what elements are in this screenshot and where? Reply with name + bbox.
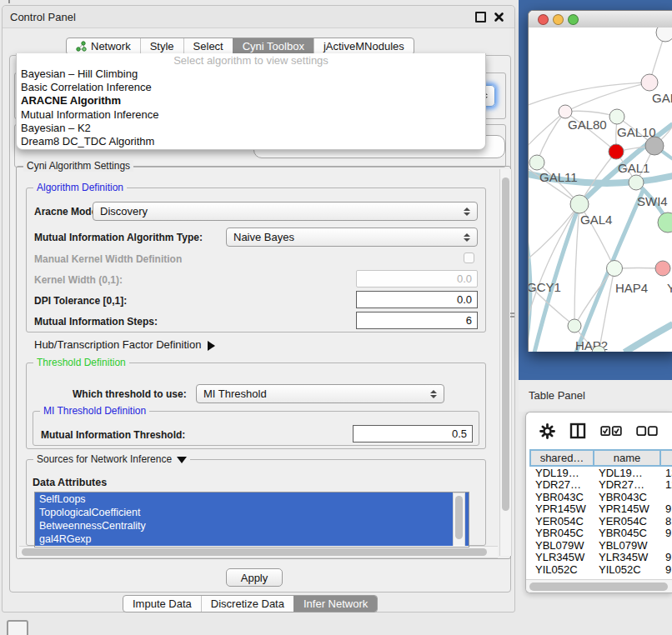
table-row[interactable]: YDL19…YDL19…13	[529, 467, 672, 479]
network-node-swi4[interactable]	[629, 175, 644, 190]
network-edge[interactable]	[537, 112, 565, 162]
table-row[interactable]: YLR345WYLR345W9.	[529, 552, 672, 564]
attribute-item[interactable]: BetweennessCentrality	[35, 519, 469, 532]
network-node-gal[interactable]	[641, 74, 658, 91]
settings-vertical-scrollbar-thumb[interactable]	[502, 178, 509, 511]
network-canvas[interactable]: GALGAL80GAL10GAL1GAL11SWI4GAL4GCY1HAP4YH…	[529, 28, 672, 352]
network-node-label: HAP4	[615, 281, 648, 295]
close-traffic-light[interactable]	[538, 14, 549, 25]
table-row[interactable]: YBR045CYBR045C9.	[529, 528, 672, 540]
tab-label: Infer Network	[303, 598, 368, 610]
tab-infer-network[interactable]: Infer Network	[293, 596, 377, 612]
combo-value: MI Threshold	[203, 388, 425, 400]
tab-network[interactable]: Network	[67, 38, 140, 54]
gear-icon[interactable]	[539, 423, 555, 439]
network-edge[interactable]	[624, 324, 672, 352]
algorithm-definition-title: Algorithm Definition	[33, 182, 127, 193]
algorithm-dropdown-popup: Select algorithm to view settings Bayesi…	[16, 53, 486, 150]
cyni-settings-title: Cyni Algorithm Settings	[23, 160, 133, 172]
mi-algorithm-type-combo[interactable]: Naive Bayes	[226, 228, 478, 247]
close-panel-button[interactable]	[494, 12, 504, 22]
algorithm-option[interactable]: ARACNE Algorithm	[17, 94, 485, 108]
application-root: Control Panel NetworkStyleSelectCyni Too…	[0, 0, 672, 635]
control-panel-title: Control Panel	[10, 11, 76, 23]
column-header[interactable]	[659, 451, 672, 465]
table-horizontal-scrollbar[interactable]	[526, 579, 672, 593]
algorithm-option[interactable]: Bayesian – K2	[17, 122, 485, 135]
column-header[interactable]: name	[593, 451, 659, 465]
attribute-item[interactable]: gal4RGexp	[35, 532, 469, 546]
mi-algorithm-type-label: Mutual Information Algorithm Type:	[34, 232, 203, 243]
apply-button[interactable]: Apply	[226, 568, 283, 587]
table-cell: 13	[659, 467, 672, 479]
aracne-mode-label: Aracne Mode:	[34, 206, 100, 218]
network-node-gal1[interactable]	[609, 144, 624, 159]
attributes-scrollbar[interactable]	[453, 492, 465, 546]
kernel-width-input[interactable]: 0.0	[356, 270, 478, 288]
minimize-traffic-light[interactable]	[553, 14, 564, 25]
attribute-item[interactable]: SelfLoops	[35, 492, 469, 506]
network-node[interactable]	[645, 137, 664, 155]
settings-vertical-scrollbar[interactable]	[499, 169, 512, 556]
table-row[interactable]: YER054CYER054C8.	[529, 515, 672, 528]
aracne-mode-combo[interactable]: Discovery	[93, 202, 478, 221]
tab-impute-data[interactable]: Impute Data	[123, 596, 201, 612]
network-node-y[interactable]	[655, 261, 670, 276]
network-edge[interactable]	[529, 201, 530, 352]
network-node-hap2[interactable]	[568, 319, 581, 332]
network-node[interactable]	[658, 212, 672, 232]
settings-horizontal-scrollbar-thumb[interactable]	[22, 548, 487, 556]
network-node-gal11[interactable]	[529, 155, 544, 170]
network-view-window: GALGAL80GAL10GAL1GAL11SWI4GAL4GCY1HAP4YH…	[528, 10, 672, 352]
table-row[interactable]: YDR27…YDR27…12	[529, 479, 672, 492]
select-all-columns-icon[interactable]	[600, 426, 622, 437]
algorithm-option[interactable]: Mutual Information Inference	[17, 108, 485, 122]
hub-definition-toggle[interactable]: Hub/Transcription Factor Definition	[34, 338, 215, 351]
deselect-all-columns-icon[interactable]	[636, 426, 658, 437]
table-row[interactable]: YBR043CYBR043C	[529, 491, 672, 503]
mi-steps-input[interactable]: 6	[356, 312, 478, 329]
table-row[interactable]: YIL052CYIL052C9	[529, 563, 672, 576]
tab-select[interactable]: Select	[183, 38, 233, 54]
split-table-icon[interactable]	[569, 422, 586, 439]
settings-horizontal-scrollbar[interactable]	[19, 546, 498, 558]
network-edge[interactable]	[565, 82, 649, 112]
splitter-grip[interactable]	[510, 312, 515, 320]
float-window-button[interactable]	[475, 12, 486, 22]
tab-discretize-data[interactable]: Discretize Data	[201, 596, 293, 612]
network-node-gal10[interactable]	[609, 109, 624, 124]
algorithm-option[interactable]: Dream8 DC_TDC Algorithm	[17, 135, 485, 148]
network-edge[interactable]	[529, 269, 574, 326]
algorithm-option[interactable]: Bayesian – Hill Climbing	[17, 68, 485, 81]
attribute-item[interactable]: TopologicalCoefficient	[35, 506, 469, 519]
network-node-gal4[interactable]	[570, 195, 589, 213]
apply-button-label: Apply	[241, 572, 268, 584]
manual-kernel-width-checkbox[interactable]	[464, 252, 474, 263]
dpi-tolerance-input[interactable]: 0.0	[356, 291, 478, 308]
table-cell: YBR045C	[593, 527, 659, 539]
table-horizontal-scrollbar-thumb[interactable]	[529, 582, 668, 591]
which-threshold-combo[interactable]: MI Threshold	[196, 384, 444, 403]
table-cell: YIL052C	[593, 563, 659, 576]
network-node-gal80[interactable]	[559, 105, 572, 118]
table-panel-bar: Table Panel	[519, 380, 672, 412]
table-cell: YER054C	[593, 515, 659, 528]
tab-style[interactable]: Style	[140, 38, 183, 54]
sources-title-row[interactable]: Sources for Network Inference	[33, 453, 190, 465]
tab-cyni-toolbox[interactable]: Cyni Toolbox	[233, 38, 313, 54]
zoom-traffic-light[interactable]	[568, 14, 579, 25]
network-window-titlebar[interactable]	[529, 11, 672, 28]
table-row[interactable]: YPR145WYPR145W9.	[529, 503, 672, 516]
attributes-scrollbar-thumb[interactable]	[455, 496, 463, 539]
column-header[interactable]: shared…	[529, 451, 593, 465]
network-node-hap4[interactable]	[607, 261, 623, 277]
clipped-ui-fragment	[8, 0, 10, 3]
table-cell: YLR345W	[529, 551, 593, 563]
mi-threshold-input[interactable]: 0.5	[353, 425, 473, 442]
algorithm-option[interactable]: Basic Correlation Inference	[17, 81, 485, 94]
network-edge[interactable]	[529, 204, 579, 269]
tab-jactivemnodules[interactable]: jActiveMNodules	[313, 38, 414, 54]
clipped-dock-icon[interactable]	[7, 620, 28, 635]
table-row[interactable]: YBL079WYBL079W	[529, 539, 672, 552]
network-node[interactable]	[656, 28, 672, 42]
